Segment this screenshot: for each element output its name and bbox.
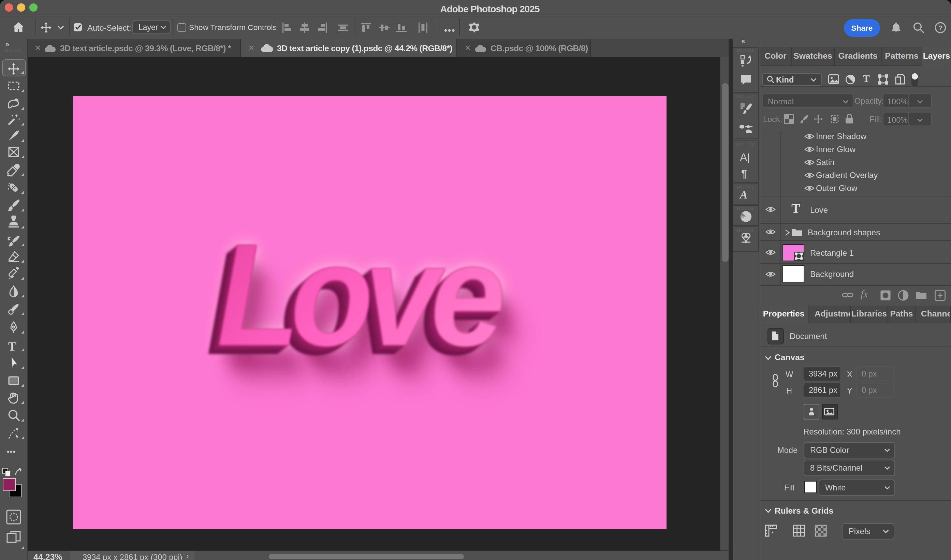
svg-text:?: ? <box>939 23 943 31</box>
